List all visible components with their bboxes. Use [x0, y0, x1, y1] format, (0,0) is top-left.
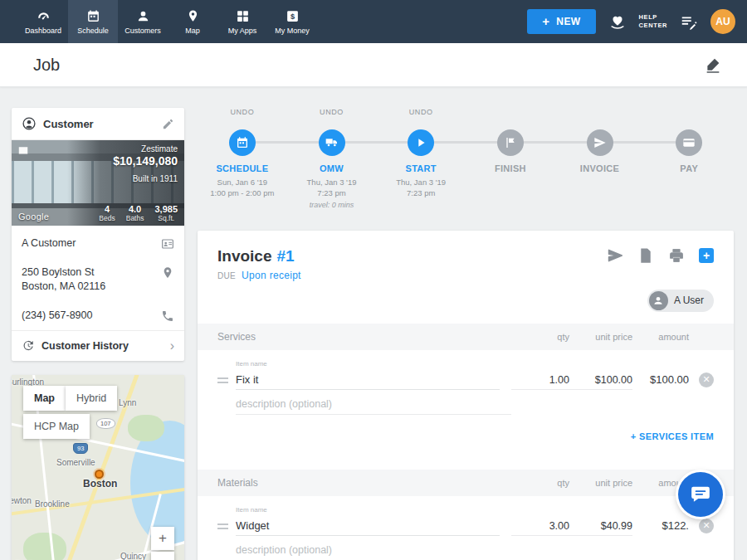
finish-flag-icon[interactable]	[497, 129, 524, 156]
beds-value: 4	[99, 204, 115, 214]
customer-address-row: 250 Boylston St Boston, MA 02116	[22, 258, 174, 301]
material-item-name-input[interactable]	[236, 518, 500, 536]
map-type-hybrid-button[interactable]: Hybrid	[66, 386, 117, 411]
remove-service-item-button[interactable]: ✕	[699, 373, 714, 387]
property-facts: 4Beds 4.0Baths 3,985Sq.ft.	[74, 204, 178, 222]
add-invoice-button[interactable]: +	[699, 248, 714, 263]
map-type-hcp-button[interactable]: HCP Map	[23, 414, 90, 439]
edit-pencil-icon[interactable]	[162, 118, 174, 130]
pay-card-icon[interactable]	[676, 129, 702, 156]
zoom-in-button[interactable]: +	[151, 527, 174, 550]
service-description-row	[198, 390, 734, 415]
customer-card-title: Customer	[43, 118, 155, 130]
invoice-card: Invoice #1 DUE Upon receipt PDF +	[198, 231, 734, 560]
undo-start-button[interactable]: UNDO	[409, 108, 433, 129]
property-photo: Zestimate $10,149,080 Built in 1911 4Bed…	[12, 140, 184, 226]
nav-label: My Apps	[228, 27, 257, 35]
material-qty-input[interactable]	[511, 519, 569, 536]
material-unit-price-input[interactable]	[569, 519, 632, 536]
map-type-buttons: Map Hybrid	[23, 386, 117, 411]
pdf-icon[interactable]: PDF	[637, 247, 654, 264]
service-item-row: Item name $100.00 ✕	[198, 350, 734, 390]
new-button[interactable]: + NEW	[527, 9, 595, 34]
chevron-right-icon: ›	[170, 339, 174, 353]
contact-card-icon	[161, 236, 174, 251]
user-avatar[interactable]: AU	[710, 9, 735, 34]
customer-card-header: Customer	[12, 108, 184, 140]
photo-icon[interactable]	[17, 145, 29, 160]
new-button-label: NEW	[556, 16, 580, 27]
job-status-timeline: UNDO SCHEDULE Sun, Jan 6 '19 1:00 pm - 2…	[198, 108, 734, 214]
service-unit-price-input[interactable]	[569, 373, 632, 390]
add-service-item-link[interactable]: + SERVICES ITEM	[631, 431, 714, 441]
start-play-icon[interactable]	[408, 129, 434, 156]
customer-name-row: A Customer	[22, 229, 174, 258]
map-zoom-control: + −	[151, 527, 174, 560]
map-pin-icon	[186, 9, 200, 23]
due-terms-link[interactable]: Upon receipt	[242, 270, 301, 281]
nav-map[interactable]: Map	[168, 0, 217, 43]
assigned-user-pill[interactable]: A User	[647, 290, 714, 312]
drag-handle-icon[interactable]	[217, 377, 236, 390]
timeline-step-omw: UNDO OMW Thu, Jan 3 '19 7:23 pm travel: …	[287, 108, 377, 209]
title-bar: Job	[0, 43, 747, 87]
service-description-input[interactable]	[236, 397, 511, 415]
main-panel: UNDO SCHEDULE Sun, Jan 6 '19 1:00 pm - 2…	[198, 108, 734, 560]
service-qty-input[interactable]	[511, 373, 569, 390]
step-label: START	[406, 163, 437, 173]
print-icon[interactable]	[668, 247, 685, 264]
nav-schedule[interactable]: Schedule	[68, 0, 118, 43]
services-header-strip: Services qty unit price amount	[198, 324, 734, 350]
omw-truck-icon[interactable]	[319, 129, 345, 156]
edit-list-icon[interactable]	[680, 12, 698, 31]
material-amount: $122.	[632, 519, 689, 536]
customer-address: 250 Boylston St Boston, MA 02116	[22, 265, 161, 294]
nav-my-apps[interactable]: My Apps	[217, 0, 267, 43]
map-label-lynn: Lynn	[119, 398, 136, 407]
left-sidebar: Customer Zestimate $10,149,080 Built in …	[12, 108, 184, 560]
nav-dashboard[interactable]: Dashboard	[18, 0, 68, 43]
signature-icon[interactable]	[704, 56, 722, 74]
undo-omw-button[interactable]: UNDO	[320, 108, 344, 129]
invoice-number[interactable]: #1	[276, 247, 294, 265]
zestimate-label: Zestimate	[74, 144, 178, 153]
park-area	[128, 415, 164, 441]
materials-header-strip: Materials qty unit price amount	[198, 470, 734, 496]
step-time: 7:23 pm	[317, 187, 345, 198]
map-label-brookline: Brookline	[35, 499, 70, 509]
top-nav: Dashboard Schedule Customers Map My Apps…	[0, 0, 747, 43]
user-avatar-icon	[649, 291, 668, 310]
nav-my-money[interactable]: $ My Money	[267, 0, 317, 43]
svg-text:$: $	[290, 12, 294, 21]
item-name-field-label: Item name	[236, 360, 500, 368]
help-center-link[interactable]: HELP CENTER	[639, 13, 667, 31]
timeline-step-pay: PAY	[644, 108, 734, 209]
timeline-step-schedule: UNDO SCHEDULE Sun, Jan 6 '19 1:00 pm - 2…	[198, 108, 287, 209]
plus-icon: +	[542, 17, 549, 26]
zoom-out-button[interactable]: −	[151, 552, 174, 560]
customer-history-row[interactable]: Customer History ›	[12, 330, 184, 361]
map-label-newton: Newton	[12, 496, 32, 505]
material-description-input[interactable]	[236, 543, 511, 560]
step-time: 7:23 pm	[407, 187, 435, 198]
qty-column-header: qty	[511, 478, 569, 488]
schedule-step-icon[interactable]	[229, 129, 256, 156]
park-area	[23, 533, 66, 560]
service-item-name-input[interactable]	[236, 372, 500, 390]
step-label: INVOICE	[580, 163, 619, 173]
route-107-shield: 107	[96, 418, 115, 429]
chat-fab-button[interactable]	[678, 472, 723, 517]
map-canvas[interactable]: Burlington Lynn 107 93 Somerville Boston…	[12, 375, 184, 560]
heart-hands-icon[interactable]	[608, 12, 627, 31]
send-invoice-icon[interactable]	[607, 247, 623, 264]
unit-price-column-header: unit price	[569, 478, 632, 488]
zestimate-overlay: Zestimate $10,149,080 Built in 1911 4Bed…	[67, 140, 184, 226]
invoice-send-icon[interactable]	[587, 129, 613, 156]
customer-phone-row: (234) 567-8900	[22, 301, 174, 330]
remove-material-item-button[interactable]: ✕	[699, 519, 714, 533]
drag-handle-icon[interactable]	[217, 523, 236, 536]
money-icon: $	[286, 9, 300, 23]
undo-schedule-button[interactable]: UNDO	[230, 108, 254, 129]
map-type-map-button[interactable]: Map	[23, 386, 66, 411]
nav-customers[interactable]: Customers	[118, 0, 168, 43]
